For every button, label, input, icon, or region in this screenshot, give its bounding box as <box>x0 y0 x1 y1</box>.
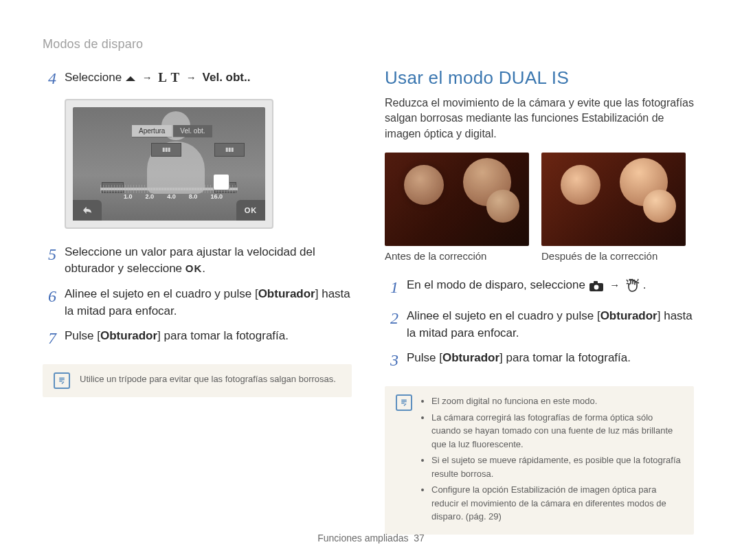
step-2-right: 2 Alinee el sujeto en el cuadro y pulse … <box>385 308 694 341</box>
photo-before <box>385 153 529 246</box>
footer: Funciones ampliadas 37 <box>0 533 742 544</box>
step-3-right: 3 Pulse [Obturador] para tomar la fotogr… <box>385 350 694 372</box>
step-number: 2 <box>385 306 398 341</box>
arrow-icon: → <box>142 71 153 83</box>
tab-vel-obt: Vel. obt. <box>173 125 212 137</box>
step-number: 5 <box>43 243 56 278</box>
comparison-photos <box>385 153 694 246</box>
note-icon <box>54 372 70 389</box>
step-number: 3 <box>385 348 398 372</box>
photo-after <box>541 153 686 246</box>
step-number: 1 <box>385 276 398 300</box>
breadcrumb: Modos de disparo <box>43 37 352 52</box>
step-7: 7 Pulse [Obturador] para tomar la fotogr… <box>43 328 352 350</box>
step-number: 4 <box>43 67 56 91</box>
note-box: Utilice un trípode para evitar que las f… <box>43 364 352 397</box>
step-4: 4 Seleccione → L T → Vel. obt.. <box>43 68 352 91</box>
svg-rect-1 <box>594 281 598 284</box>
caption-after: Después de la corrección <box>541 250 686 262</box>
note-icon <box>396 394 412 411</box>
step4-text-b: Vel. obt.. <box>203 71 251 84</box>
indicator-box: ▮▮▮ <box>214 143 245 157</box>
camera-screen-mock: Apertura Vel. obt. ▮▮▮ ▮▮▮ 1.0 2.0 4.0 8… <box>65 99 273 229</box>
lt-icon: L T <box>158 70 180 85</box>
arrow-icon: → <box>186 71 196 83</box>
heading-dual-is: Usar el modo DUAL IS <box>385 67 694 89</box>
dual-is-icon <box>626 278 640 298</box>
step4-text-a: Seleccione <box>65 71 125 84</box>
ok-button-icon: OK <box>236 200 265 221</box>
slider-marker <box>213 174 229 190</box>
step-6: 6 Alinee el sujeto en el cuadro y pulse … <box>43 286 352 320</box>
slider-ticks: 1.0 2.0 4.0 8.0 16.0 <box>124 193 223 200</box>
ok-glyph: OK <box>186 262 203 274</box>
step-number: 7 <box>43 326 56 350</box>
svg-point-2 <box>594 285 598 290</box>
note-text: Utilice un trípode para evitar que las f… <box>80 372 336 386</box>
step-number: 6 <box>43 284 56 320</box>
note-list: El zoom digital no funciona en este modo… <box>422 394 683 526</box>
indicator-box: ▮▮▮ <box>151 143 181 157</box>
step-5: 5 Seleccione un valor para ajustar la ve… <box>43 244 352 278</box>
chevron-up-icon <box>125 71 136 89</box>
arrow-icon: → <box>609 279 620 291</box>
caption-before: Antes de la corrección <box>385 250 529 262</box>
tab-apertura: Apertura <box>132 125 172 137</box>
note-box: El zoom digital no funciona en este modo… <box>385 386 694 535</box>
lead: Reduzca el movimiento de la cámara y evi… <box>385 96 694 142</box>
back-button-icon <box>73 200 102 221</box>
step-1-right: 1 En el modo de disparo, seleccione → . <box>385 277 694 300</box>
camera-icon <box>589 280 604 298</box>
